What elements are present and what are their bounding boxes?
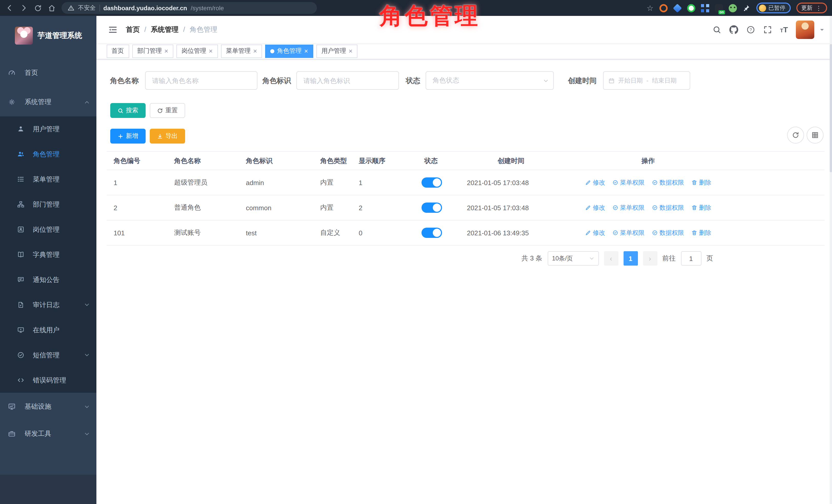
- cell-created: 2021-01-05 17:03:48: [460, 179, 562, 186]
- sidebar-item-system[interactable]: 系统管理: [0, 89, 96, 115]
- profile-paused-chip[interactable]: 已暂停: [756, 3, 790, 13]
- delete-link[interactable]: 删除: [691, 229, 711, 237]
- close-icon[interactable]: ×: [209, 48, 212, 54]
- goto-page-input[interactable]: [681, 251, 701, 266]
- sidebar-item-posts[interactable]: 岗位管理: [0, 217, 96, 242]
- date-range-picker[interactable]: 开始日期 - 结束日期: [603, 71, 690, 90]
- url-bar[interactable]: 不安全 dashboard.yudao.iocoder.cn/system/ro…: [61, 2, 317, 14]
- extension-icon-gem[interactable]: [673, 3, 681, 12]
- sidebar-item-notice[interactable]: 通知公告: [0, 267, 96, 292]
- page-1-button[interactable]: 1: [623, 251, 638, 266]
- sidebar-item-label: 短信管理: [33, 350, 59, 360]
- users-icon: [17, 150, 25, 158]
- column-settings-button[interactable]: [806, 127, 823, 143]
- menu-permission-link[interactable]: 菜单权限: [612, 229, 645, 237]
- sidebar-item-online-users[interactable]: 在线用户: [0, 317, 96, 343]
- edit-link[interactable]: 修改: [585, 178, 605, 187]
- status-toggle-on[interactable]: [421, 228, 442, 238]
- role-name-input[interactable]: [145, 71, 257, 90]
- status-toggle-on[interactable]: [421, 178, 442, 188]
- prev-page-button[interactable]: ‹: [604, 251, 618, 266]
- extension-icon-green[interactable]: [687, 4, 695, 12]
- fullscreen-icon[interactable]: [763, 25, 772, 34]
- close-icon[interactable]: ×: [164, 48, 168, 54]
- extension-icon-monkey[interactable]: [728, 4, 737, 12]
- tab-departments[interactable]: 部门管理×: [132, 44, 173, 58]
- export-button[interactable]: 导出: [150, 129, 185, 143]
- extensions-pin-icon[interactable]: [742, 4, 751, 12]
- search-button[interactable]: 搜索: [110, 103, 146, 118]
- tab-menus[interactable]: 菜单管理×: [221, 44, 262, 58]
- close-icon[interactable]: ×: [349, 48, 353, 54]
- tab-posts[interactable]: 岗位管理×: [176, 44, 218, 58]
- tab-users[interactable]: 用户管理×: [316, 44, 358, 58]
- extension-icon-orange[interactable]: [659, 4, 668, 12]
- sidebar-item-roles[interactable]: 角色管理: [0, 141, 96, 167]
- reset-button[interactable]: 重置: [150, 103, 185, 118]
- menu-permission-link[interactable]: 菜单权限: [612, 203, 645, 212]
- sidebar-item-audit-log[interactable]: 审计日志: [0, 292, 96, 317]
- tab-home[interactable]: 首页: [106, 44, 129, 58]
- add-button[interactable]: 新增: [110, 129, 146, 143]
- extension-badge: on: [719, 10, 725, 14]
- breadcrumb: 首页 / 系统管理 / 角色管理: [126, 25, 217, 34]
- col-header-status: 状态: [417, 156, 460, 165]
- status-select[interactable]: 角色状态: [425, 71, 553, 90]
- search-icon[interactable]: [712, 25, 722, 34]
- status-toggle-on[interactable]: [421, 203, 442, 213]
- date-end-placeholder: 结束日期: [652, 76, 677, 85]
- breadcrumb-current: 角色管理: [190, 25, 217, 34]
- create-time-label: 创建时间: [568, 71, 597, 90]
- data-permission-link[interactable]: 数据权限: [652, 229, 684, 237]
- back-icon[interactable]: [5, 4, 14, 12]
- edit-link[interactable]: 修改: [585, 203, 605, 212]
- goto-label: 前往: [662, 254, 676, 263]
- forward-icon[interactable]: [20, 4, 28, 12]
- edit-link[interactable]: 修改: [585, 229, 605, 237]
- delete-link[interactable]: 删除: [691, 178, 711, 187]
- sidebar-item-users[interactable]: 用户管理: [0, 116, 96, 141]
- caret-down-icon[interactable]: [819, 26, 825, 32]
- sidebar-item-dict[interactable]: 字典管理: [0, 242, 96, 267]
- sidebar-item-departments[interactable]: 部门管理: [0, 192, 96, 217]
- data-permission-link[interactable]: 数据权限: [652, 203, 684, 212]
- status-select-placeholder: 角色状态: [433, 76, 459, 85]
- close-icon[interactable]: ×: [253, 48, 257, 54]
- svg-text:?: ?: [750, 27, 752, 32]
- role-key-input[interactable]: [296, 71, 399, 90]
- delete-link[interactable]: 删除: [691, 203, 711, 212]
- close-icon[interactable]: ×: [304, 48, 308, 54]
- scrollbar-thumb[interactable]: [829, 44, 832, 172]
- user-avatar[interactable]: [796, 20, 814, 39]
- tab-roles[interactable]: 角色管理×: [265, 44, 313, 58]
- browser-update-button[interactable]: 更新 ⋮: [796, 3, 827, 13]
- home-icon[interactable]: [48, 4, 56, 12]
- page-size-select[interactable]: 10条/页: [547, 251, 599, 266]
- sidebar-item-infra[interactable]: 基础设施: [0, 394, 96, 419]
- github-icon[interactable]: [729, 25, 738, 34]
- sidebar-item-menus[interactable]: 菜单管理: [0, 167, 96, 192]
- help-icon[interactable]: ?: [746, 25, 755, 34]
- hamburger-icon[interactable]: [107, 24, 118, 35]
- sidebar-item-devtools[interactable]: 研发工具: [0, 421, 96, 447]
- document-edit-icon: [17, 301, 25, 309]
- bookmark-star-icon[interactable]: ☆: [647, 4, 654, 12]
- breadcrumb-home[interactable]: 首页: [126, 25, 140, 34]
- font-size-icon[interactable]: TT: [780, 26, 788, 33]
- sidebar-item-error-codes[interactable]: 错误码管理: [0, 368, 96, 393]
- next-page-button[interactable]: ›: [643, 251, 657, 266]
- reload-icon[interactable]: [34, 4, 42, 12]
- sidebar-item-sms[interactable]: 短信管理: [0, 343, 96, 368]
- refresh-button[interactable]: [787, 127, 804, 143]
- menu-kebab-icon[interactable]: ⋮: [815, 4, 822, 11]
- cell-id: 2: [106, 204, 167, 212]
- col-header-sort: 显示顺序: [352, 156, 417, 165]
- menu-permission-link[interactable]: 菜单权限: [612, 178, 645, 187]
- sidebar-item-home[interactable]: 首页: [0, 60, 96, 86]
- breadcrumb-system[interactable]: 系统管理: [151, 25, 179, 34]
- extension-icon-grid[interactable]: [701, 4, 709, 12]
- extension-icon-dark[interactable]: on: [714, 4, 723, 12]
- data-permission-link[interactable]: 数据权限: [652, 178, 684, 187]
- col-header-key: 角色标识: [239, 156, 313, 165]
- app-logo[interactable]: 芋道管理系统: [0, 21, 96, 50]
